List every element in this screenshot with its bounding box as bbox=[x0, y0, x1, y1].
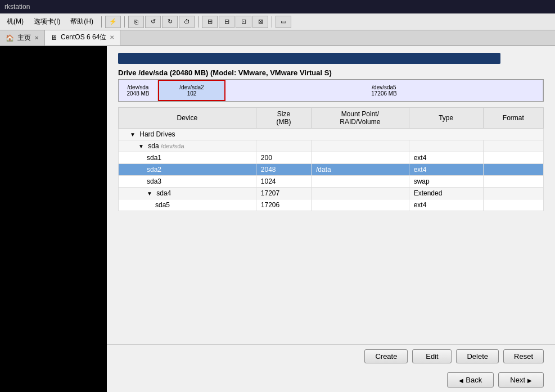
tab-centos-label: CentOS 6 64位 bbox=[61, 33, 106, 42]
sda3-format bbox=[483, 176, 543, 188]
toolbar-btn-10[interactable]: ▭ bbox=[276, 16, 291, 28]
nav-buttons: Back Next bbox=[107, 368, 555, 392]
col-header-mount: Mount Point/RAID/Volume bbox=[312, 108, 409, 129]
tab-centos[interactable]: 🖥 CentOS 6 64位 ✕ bbox=[45, 30, 120, 45]
partition-table-container: Device Size(MB) Mount Point/RAID/Volume … bbox=[107, 107, 555, 344]
seg-label-sda: /dev/sda 2048 MB bbox=[127, 84, 149, 97]
expand-sda4-icon: ▼ bbox=[147, 190, 152, 197]
toolbar-btn-7[interactable]: ⊟ bbox=[219, 16, 234, 28]
toolbar-separator-3 bbox=[198, 16, 198, 28]
create-button[interactable]: Create bbox=[364, 349, 408, 363]
seg-sda2-size: 102 bbox=[187, 90, 197, 97]
menu-help[interactable]: 帮助(H) bbox=[66, 16, 98, 28]
row-sda5[interactable]: sda5 17206 ext4 bbox=[119, 199, 544, 211]
tab-home[interactable]: 🏠 主页 ✕ bbox=[0, 30, 45, 45]
action-buttons: Create Edit Delete Reset bbox=[107, 344, 555, 368]
sda2-format bbox=[483, 164, 543, 176]
toolbar-btn-6[interactable]: ⊞ bbox=[202, 16, 218, 28]
menu-machine[interactable]: 机(M) bbox=[2, 16, 28, 28]
tab-home-label: 主页 bbox=[17, 33, 31, 43]
sda1-type: ext4 bbox=[409, 152, 483, 164]
sda4-size: 17207 bbox=[256, 188, 311, 199]
row-sda4[interactable]: ▼ sda4 17207 Extended bbox=[119, 188, 544, 199]
group-hard-drives: ▼ Hard Drives bbox=[119, 129, 544, 140]
seg-sda-name: /dev/sda bbox=[128, 84, 149, 90]
sda-type bbox=[409, 140, 483, 152]
sda4-mount bbox=[312, 188, 409, 199]
sda4-type: Extended bbox=[409, 188, 483, 199]
toolbar-btn-8[interactable]: ⊡ bbox=[236, 16, 251, 28]
sda-label: sda bbox=[148, 142, 159, 150]
drive-title: Drive /dev/sda (20480 MB) (Model: VMware… bbox=[118, 69, 544, 77]
seg-sda5-name: /dev/sda5 bbox=[372, 84, 396, 90]
col-header-format: Format bbox=[483, 108, 543, 129]
sda2-type: ext4 bbox=[409, 164, 483, 176]
menu-bar: 机(M) 选项卡(I) 帮助(H) ⚡ ⎘ ↺ ↻ ⏱ ⊞ ⊟ ⊡ ⊠ ▭ bbox=[0, 13, 555, 30]
sda1-mount bbox=[312, 152, 409, 164]
sda4-format bbox=[483, 188, 543, 199]
row-sda1[interactable]: sda1 200 ext4 bbox=[119, 152, 544, 164]
drive-visual-box: /dev/sda 2048 MB /dev/sda2 102 /dev/sda5… bbox=[118, 79, 544, 102]
left-panel bbox=[0, 46, 107, 392]
next-label: Next bbox=[510, 376, 525, 384]
sda5-device: sda5 bbox=[119, 199, 256, 211]
tab-centos-close[interactable]: ✕ bbox=[110, 34, 114, 40]
seg-sda2-name: /dev/sda2 bbox=[179, 84, 204, 90]
progress-section bbox=[107, 46, 555, 69]
tab-home-close[interactable]: ✕ bbox=[34, 35, 39, 41]
toolbar-btn-3[interactable]: ↺ bbox=[145, 16, 161, 28]
toolbar-btn-9[interactable]: ⊠ bbox=[252, 16, 268, 28]
title-bar: rkstation bbox=[0, 0, 555, 13]
back-button[interactable]: Back bbox=[447, 372, 494, 388]
row-sda2[interactable]: sda2 2048 /data ext4 bbox=[119, 164, 544, 176]
back-label: Back bbox=[466, 376, 482, 384]
toolbar-separator-2 bbox=[124, 16, 125, 28]
reset-button[interactable]: Reset bbox=[503, 349, 544, 363]
seg-sda-size: 2048 MB bbox=[127, 90, 149, 97]
tab-bar: 🏠 主页 ✕ 🖥 CentOS 6 64位 ✕ bbox=[0, 30, 555, 46]
toolbar-btn-1[interactable]: ⚡ bbox=[105, 16, 121, 28]
delete-button[interactable]: Delete bbox=[456, 349, 499, 363]
sda1-device: sda1 bbox=[119, 152, 256, 164]
next-arrow-icon bbox=[527, 376, 532, 384]
edit-button[interactable]: Edit bbox=[412, 349, 452, 363]
sda4-device: ▼ sda4 bbox=[119, 188, 256, 199]
sda-size bbox=[256, 140, 311, 152]
group-hard-drives-label: Hard Drives bbox=[139, 130, 175, 138]
seg-sda5-size: 17206 MB bbox=[371, 90, 397, 97]
back-arrow-icon bbox=[459, 376, 463, 384]
sda3-mount bbox=[312, 176, 409, 188]
home-icon: 🏠 bbox=[6, 34, 14, 42]
menu-tabs[interactable]: 选项卡(I) bbox=[29, 16, 65, 28]
row-sda[interactable]: ▼ sda /dev/sda bbox=[119, 140, 544, 152]
sda3-type: swap bbox=[409, 176, 483, 188]
col-header-device: Device bbox=[119, 108, 256, 129]
toolbar-btn-4[interactable]: ↻ bbox=[162, 16, 178, 28]
drive-seg-sda: /dev/sda 2048 MB bbox=[119, 80, 158, 101]
vm-icon: 🖥 bbox=[51, 34, 57, 42]
seg-label-sda5: /dev/sda5 17206 MB bbox=[371, 84, 397, 97]
drive-seg-sda5: /dev/sda5 17206 MB bbox=[225, 80, 543, 101]
expand-hard-drives-icon: ▼ bbox=[130, 131, 136, 138]
sda1-size: 200 bbox=[256, 152, 311, 164]
right-panel: Drive /dev/sda (20480 MB) (Model: VMware… bbox=[107, 46, 555, 392]
col-header-type: Type bbox=[409, 108, 483, 129]
toolbar-btn-5[interactable]: ⏱ bbox=[179, 16, 195, 28]
sda3-device: sda3 bbox=[119, 176, 256, 188]
sda2-device: sda2 bbox=[119, 164, 256, 176]
sda5-size: 17206 bbox=[256, 199, 311, 211]
row-sda3[interactable]: sda3 1024 swap bbox=[119, 176, 544, 188]
title-text: rkstation bbox=[4, 3, 30, 11]
main-area: Drive /dev/sda (20480 MB) (Model: VMware… bbox=[0, 46, 555, 392]
sda3-size: 1024 bbox=[256, 176, 311, 188]
toolbar-separator-1 bbox=[101, 16, 102, 28]
drive-seg-sda2: /dev/sda2 102 bbox=[158, 80, 225, 101]
sda1-format bbox=[483, 152, 543, 164]
toolbar-separator-4 bbox=[272, 16, 272, 28]
progress-bar bbox=[118, 53, 500, 64]
col-header-size: Size(MB) bbox=[256, 108, 311, 129]
next-button[interactable]: Next bbox=[498, 372, 544, 388]
sda5-mount bbox=[312, 199, 409, 211]
toolbar-btn-2[interactable]: ⎘ bbox=[128, 16, 144, 28]
partition-table: Device Size(MB) Mount Point/RAID/Volume … bbox=[118, 107, 544, 211]
